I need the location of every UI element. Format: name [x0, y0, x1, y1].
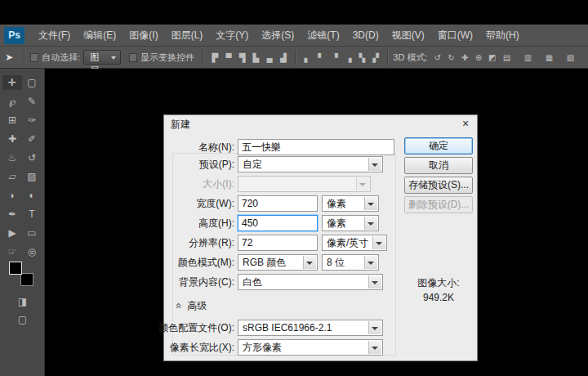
clone-stamp-tool[interactable]: ♨ — [2, 150, 22, 165]
history-brush-tool[interactable]: ↺ — [22, 150, 42, 165]
dialog-title: 新建 — [171, 118, 190, 132]
quick-select-tool[interactable]: ✎ — [22, 94, 42, 109]
ok-button[interactable]: 确定 — [404, 137, 473, 154]
color-profile-label: 颜色配置文件(O): — [158, 320, 234, 336]
advanced-label: 高级 — [187, 299, 207, 313]
zoom-tool[interactable]: ◎ — [22, 244, 42, 259]
height-input[interactable] — [238, 215, 318, 231]
bit-depth-dropdown[interactable]: 8 位 — [322, 254, 379, 271]
options-extra-icon-2[interactable]: ▥ — [521, 51, 535, 64]
resolution-label: 分辨率(R): — [189, 235, 234, 251]
tools-grid: ✛ ▢ ℘ ✎ ⊞ ✑ ✚ ✐ ♨ ↺ ▱ ▨ ◗ ◐ ✒ T ▶ ▭ ☞ ◎ — [0, 69, 44, 259]
color-mode-label: 颜色模式(M): — [178, 254, 234, 271]
resolution-input[interactable] — [238, 235, 318, 251]
auto-select-label: 自动选择: — [42, 51, 80, 64]
pixel-aspect-label: 像素长宽比(X): — [170, 339, 234, 356]
advanced-expander[interactable]: « 高级 — [176, 298, 207, 313]
menu-type[interactable]: 文字(Y) — [209, 25, 255, 46]
options-extra-icon-1[interactable]: ▤ — [500, 51, 514, 64]
auto-select-target-dropdown[interactable]: 图层 — [83, 50, 121, 65]
options-bar: ➤ 自动选择: 图层 显示变换控件 ▛ ▀ ▜ ▙ ▄ ▟ ▖ ▘ ▝ ▗ ▚ … — [0, 47, 588, 69]
background-color-swatch[interactable] — [20, 273, 33, 286]
menu-select[interactable]: 选择(S) — [255, 25, 301, 46]
options-extra-icon-3[interactable]: ▦ — [542, 51, 556, 64]
photoshop-window: Ps 文件(F) 编辑(E) 图像(I) 图层(L) 文字(Y) 选择(S) 滤… — [0, 0, 588, 376]
align-bottom-edges-icon[interactable]: ▜ — [236, 51, 248, 64]
dialog-titlebar[interactable]: 新建 — [164, 115, 477, 133]
background-label: 背景内容(C): — [179, 274, 234, 290]
quick-mask-tool[interactable]: ◨ — [0, 296, 45, 307]
color-profile-dropdown[interactable]: sRGB IEC61966-2.1 — [238, 320, 383, 336]
marquee-tool[interactable]: ▢ — [22, 75, 42, 90]
background-dropdown[interactable]: 白色 — [238, 274, 383, 290]
drag-3d-icon[interactable]: ✚ — [459, 51, 471, 64]
width-unit-dropdown[interactable]: 像素 — [322, 195, 379, 212]
color-mode-dropdown[interactable]: RGB 颜色 — [238, 254, 318, 271]
healing-brush-tool[interactable]: ✚ — [2, 132, 22, 146]
distribute-hcenter-icon[interactable]: ▚ — [356, 51, 368, 64]
chevron-collapse-icon: « — [174, 302, 184, 308]
pixel-aspect-dropdown[interactable]: 方形像素 — [238, 339, 383, 356]
distribute-right-icon[interactable]: ▞ — [370, 51, 382, 64]
pen-tool[interactable]: ✒ — [2, 207, 22, 222]
menu-3d[interactable]: 3D(D) — [346, 25, 385, 46]
lasso-tool[interactable]: ℘ — [2, 94, 22, 109]
scale-3d-icon[interactable]: ◩ — [486, 51, 498, 64]
eraser-tool[interactable]: ▱ — [2, 169, 22, 184]
menu-help[interactable]: 帮助(H) — [479, 25, 526, 46]
menu-window[interactable]: 窗口(W) — [431, 25, 479, 46]
foreground-color-swatch[interactable] — [9, 262, 22, 275]
preset-label: 预设(P): — [199, 156, 234, 172]
menu-file[interactable]: 文件(F) — [32, 25, 77, 46]
eyedropper-tool[interactable]: ✑ — [22, 113, 42, 128]
menu-edit[interactable]: 编辑(E) — [77, 25, 122, 46]
menu-image[interactable]: 图像(I) — [122, 25, 164, 46]
rotate-3d-icon[interactable]: ↺ — [431, 51, 443, 64]
shape-tool[interactable]: ▭ — [22, 226, 42, 240]
distribute-top-icon[interactable]: ▖ — [301, 51, 314, 64]
blur-tool[interactable]: ◗ — [2, 188, 22, 203]
align-right-edges-icon[interactable]: ▟ — [278, 51, 290, 64]
close-icon[interactable]: × — [458, 118, 473, 131]
show-transform-checkbox[interactable] — [129, 53, 137, 62]
crop-tool[interactable]: ⊞ — [2, 113, 22, 128]
roll-3d-icon[interactable]: ↻ — [445, 51, 457, 64]
height-unit-dropdown[interactable]: 像素 — [322, 215, 379, 231]
tool-box: ✛ ▢ ℘ ✎ ⊞ ✑ ✚ ✐ ♨ ↺ ▱ ▨ ◗ ◐ ✒ T ▶ ▭ ☞ ◎ … — [0, 69, 45, 376]
cancel-button[interactable]: 取消 — [404, 157, 473, 174]
hand-tool[interactable]: ☞ — [2, 244, 22, 259]
distribute-bottom-icon[interactable]: ▝ — [329, 51, 341, 64]
type-tool[interactable]: T — [22, 207, 42, 222]
menu-layer[interactable]: 图层(L) — [165, 25, 210, 46]
screen-mode-button[interactable]: ▢ — [0, 314, 45, 325]
delete-preset-button: 删除预设(D)... — [404, 196, 473, 213]
menu-view[interactable]: 视图(V) — [385, 25, 431, 46]
slide-3d-icon[interactable]: ⊕ — [473, 51, 485, 64]
image-size-value: 949.2K — [404, 290, 473, 305]
image-size-label: 图像大小: — [404, 275, 473, 290]
align-horizontal-centers-icon[interactable]: ▄ — [264, 51, 276, 64]
path-select-tool[interactable]: ▶ — [2, 226, 22, 240]
move-tool[interactable]: ✛ — [2, 75, 22, 90]
align-left-edges-icon[interactable]: ▙ — [250, 51, 262, 64]
distribute-vcenter-icon[interactable]: ▘ — [315, 51, 327, 64]
width-input[interactable] — [238, 195, 318, 212]
name-input[interactable] — [238, 139, 394, 155]
save-preset-button[interactable]: 存储预设(S)... — [404, 177, 473, 194]
resolution-unit-dropdown[interactable]: 像素/英寸 — [322, 235, 387, 251]
options-bar-right-icons: ▤ ▥ ▦ ▧ — [499, 51, 578, 64]
auto-select-checkbox[interactable] — [30, 53, 38, 62]
align-top-edges-icon[interactable]: ▛ — [209, 51, 221, 64]
brush-tool[interactable]: ✐ — [22, 132, 42, 146]
options-extra-icon-4[interactable]: ▧ — [564, 51, 577, 64]
dodge-tool[interactable]: ◐ — [22, 188, 42, 203]
new-document-dialog: 新建 × 名称(N): 预设(P): 自定 大小(I): 宽度(W): 像素 高… — [163, 114, 478, 361]
menu-filter[interactable]: 滤镜(T) — [301, 25, 345, 46]
gradient-tool[interactable]: ▨ — [22, 169, 42, 184]
move-tool-icon[interactable]: ➤ — [0, 51, 19, 63]
preset-dropdown[interactable]: 自定 — [238, 156, 383, 172]
distribute-left-icon[interactable]: ▗ — [342, 51, 354, 64]
align-vertical-centers-icon[interactable]: ▀ — [223, 51, 235, 64]
color-swatches — [9, 262, 33, 286]
height-label: 高度(H): — [198, 215, 234, 231]
